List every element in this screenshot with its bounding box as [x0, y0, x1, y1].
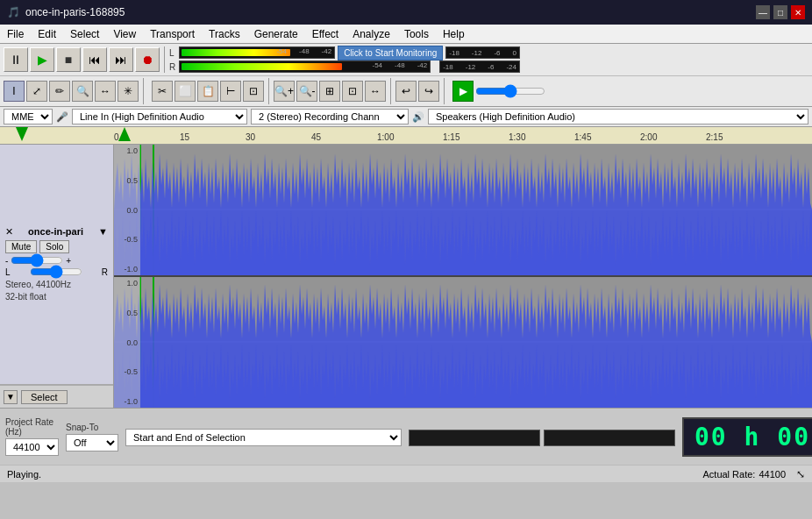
- track-menu-icon[interactable]: ▼: [98, 226, 108, 237]
- rate-label: Project Rate (Hz): [5, 417, 59, 437]
- envelope-tool[interactable]: ⤢: [26, 81, 47, 102]
- window-controls: — □ ✕: [756, 5, 805, 19]
- tools-toolbar: I ⤢ ✏ 🔍 ↔ ✳ ✂ ⬜ 📋 ⊢ ⊡ 🔍+ 🔍- ⊞ ⊡ ↔ ↩ ↪: [0, 75, 812, 106]
- fit-selection-button[interactable]: ⊞: [319, 81, 340, 102]
- select-button[interactable]: Select: [21, 390, 68, 404]
- playback-speed-slider[interactable]: [475, 84, 545, 98]
- vu-bot-label: R: [169, 62, 176, 72]
- zoom-out-button[interactable]: 🔍-: [296, 81, 317, 102]
- collapse-button[interactable]: ▼: [4, 390, 18, 404]
- status-text: Playing.: [7, 469, 41, 480]
- skip-back-button[interactable]: ⏮: [82, 47, 107, 72]
- vu-scale-right-bot: -18-12-6-24: [439, 60, 520, 73]
- mute-button[interactable]: Mute: [5, 240, 37, 253]
- snap-to-select[interactable]: Off: [66, 434, 118, 451]
- title-area: 🎵 once-in-paris-168895: [7, 6, 125, 18]
- play-button[interactable]: ▶: [30, 47, 54, 72]
- playback-section: ▶: [452, 81, 545, 102]
- snap-to-group: Snap-To Off: [66, 423, 118, 451]
- transport-toolbar: ⏸ ▶ ■ ⏮ ⏭ ⏺ L -54-48-42 Click to Star: [0, 44, 812, 75]
- time-45: 45: [311, 132, 377, 142]
- pan-l-label: L: [5, 267, 11, 277]
- menu-file[interactable]: File: [0, 26, 31, 42]
- output-device-select[interactable]: Speakers (High Definition Audio): [428, 109, 808, 124]
- multi-tool[interactable]: ✳: [118, 81, 139, 102]
- project-rate-group: Project Rate (Hz) 44100: [5, 417, 59, 456]
- gain-minus-icon: -: [5, 256, 8, 266]
- draw-tool[interactable]: ✏: [49, 81, 70, 102]
- vu-top-row: L -54-48-42 Click to Start Monitoring -1…: [169, 46, 520, 59]
- solo-button[interactable]: Solo: [39, 240, 69, 253]
- stop-button[interactable]: ■: [56, 47, 81, 72]
- menu-transport[interactable]: Transport: [143, 26, 202, 42]
- vu-meter-area: L -54-48-42 Click to Start Monitoring -1…: [169, 46, 520, 73]
- waveform-top[interactable]: 1.0 0.5 0.0 -0.5 -1.0: [114, 145, 812, 277]
- mic-icon: 🎤: [56, 111, 68, 123]
- waveform-svg-top: [114, 145, 812, 275]
- zoom-section: 🔍+ 🔍- ⊞ ⊡ ↔: [274, 81, 386, 102]
- minimize-button[interactable]: —: [756, 5, 770, 19]
- trim-button[interactable]: ⊢: [220, 81, 241, 102]
- monitor-button[interactable]: Click to Start Monitoring: [338, 46, 443, 60]
- gain-slider[interactable]: [11, 256, 63, 265]
- undo-button[interactable]: ↩: [395, 81, 417, 102]
- gain-row: - +: [5, 256, 108, 266]
- menu-effect[interactable]: Effect: [305, 26, 345, 42]
- zoom-separator: [390, 78, 391, 104]
- maximize-button[interactable]: □: [773, 5, 787, 19]
- channel-select[interactable]: 2 (Stereo) Recording Chann: [251, 109, 409, 124]
- cut-button[interactable]: ✂: [152, 81, 173, 102]
- timeshift-tool[interactable]: ↔: [95, 81, 116, 102]
- track-buttons: Mute Solo: [5, 240, 108, 253]
- vu-bot-row: R -54-48-42 -18-12-6-24: [169, 60, 520, 73]
- zoom-tool[interactable]: 🔍: [72, 81, 93, 102]
- edit-section: ✂ ⬜ 📋 ⊢ ⊡: [152, 81, 264, 102]
- selection-mode-select[interactable]: Start and End of Selection: [125, 429, 402, 446]
- menu-select[interactable]: Select: [63, 26, 106, 42]
- copy-button[interactable]: ⬜: [175, 81, 196, 102]
- selection-tool[interactable]: I: [4, 81, 25, 102]
- control-bar-top: Project Rate (Hz) 44100 Snap-To Off Star…: [0, 409, 812, 465]
- menu-tracks[interactable]: Tracks: [202, 26, 247, 42]
- menu-tools[interactable]: Tools: [397, 26, 436, 42]
- fit-project-button[interactable]: ⊡: [342, 81, 363, 102]
- tools-separator: [143, 78, 144, 104]
- zoom-in-button[interactable]: 🔍+: [274, 81, 295, 102]
- menu-edit[interactable]: Edit: [31, 26, 63, 42]
- vu-scale-right: -18-12-60: [445, 46, 520, 59]
- main-area: ✕ once-in-pari ▼ Mute Solo - + L R Stere…: [0, 145, 812, 408]
- time-130: 1:30: [509, 132, 574, 142]
- menu-generate[interactable]: Generate: [247, 26, 305, 42]
- app-icon: 🎵: [7, 6, 20, 18]
- waveform-area[interactable]: 1.0 0.5 0.0 -0.5 -1.0: [114, 145, 812, 408]
- track-close-icon[interactable]: ✕: [5, 226, 13, 238]
- snap-label: Snap-To: [66, 423, 118, 432]
- input-device-select[interactable]: Line In (High Definition Audio: [72, 109, 247, 124]
- close-button[interactable]: ✕: [791, 5, 805, 19]
- toolbars: ⏸ ▶ ■ ⏮ ⏭ ⏺ L -54-48-42 Click to Star: [0, 44, 812, 107]
- time-145: 1:45: [574, 132, 640, 142]
- pause-button[interactable]: ⏸: [4, 47, 28, 72]
- record-button[interactable]: ⏺: [135, 47, 160, 72]
- menu-help[interactable]: Help: [436, 26, 472, 42]
- play-at-speed-button[interactable]: ▶: [452, 81, 474, 102]
- pan-slider[interactable]: [30, 267, 82, 276]
- track-bottom-bar: ▼ Select: [0, 385, 113, 408]
- time-start-input[interactable]: 00 h 00 m 00.000 s: [409, 430, 540, 446]
- big-time-display: 00 h 00 m 04 s: [682, 417, 812, 457]
- gain-plus-icon: +: [66, 256, 71, 266]
- skip-forward-button[interactable]: ⏭: [109, 47, 133, 72]
- host-select[interactable]: MME: [4, 109, 53, 124]
- track-name-bar: ✕ once-in-pari ▼: [5, 226, 108, 238]
- pan-row: L R: [5, 267, 108, 277]
- paste-button[interactable]: 📋: [197, 81, 218, 102]
- redo-button[interactable]: ↪: [418, 81, 439, 102]
- waveform-bottom[interactable]: 1.0 0.5 0.0 -0.5 -1.0: [114, 277, 812, 408]
- menu-view[interactable]: View: [106, 26, 143, 42]
- silence-button[interactable]: ⊡: [243, 81, 264, 102]
- project-rate-select[interactable]: 44100: [5, 438, 59, 456]
- skip-triangle: [16, 127, 28, 141]
- menu-analyze[interactable]: Analyze: [345, 26, 397, 42]
- zoom-toggle-button[interactable]: ↔: [365, 81, 386, 102]
- time-end-input[interactable]: 00 h 00 m 00.000 s: [544, 430, 675, 446]
